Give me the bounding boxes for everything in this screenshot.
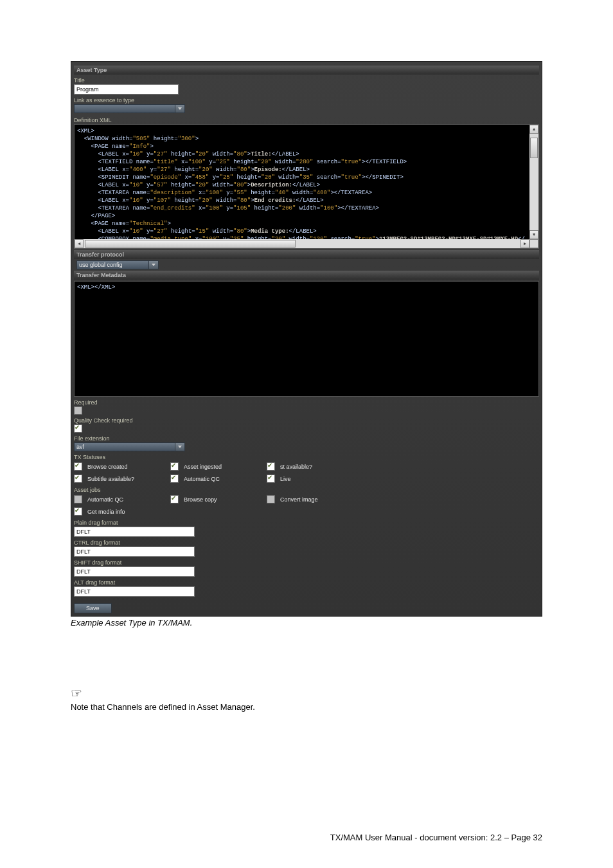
required-checkbox[interactable]: [74, 406, 82, 415]
tx-status-label: Live: [280, 476, 291, 482]
tx-status-label: Asset ingested: [184, 464, 222, 470]
scroll-up-icon[interactable]: ▲: [529, 125, 538, 134]
vscroll-thumb[interactable]: [530, 138, 538, 158]
asset-job-checkbox[interactable]: [267, 495, 275, 503]
alt-drag-input[interactable]: DFLT: [74, 586, 195, 597]
asset-job-checkbox[interactable]: [74, 495, 82, 503]
qcr-checkbox[interactable]: [74, 424, 82, 433]
tx-status-label: Automatic QC: [184, 476, 220, 482]
asset-job-label: Browse copy: [184, 496, 217, 503]
definition-xml-editor[interactable]: <XML> <WINDOW width="505" height="300"> …: [74, 124, 539, 249]
asset-type-window: Asset Type Title Program Link as essence…: [71, 61, 542, 617]
tx-status-label: Browse created: [87, 464, 128, 470]
definition-xml-label: Definition XML: [74, 117, 539, 123]
transfer-protocol-header: Transfer protocol: [74, 250, 539, 259]
scroll-corner: [529, 239, 538, 248]
page-footer: TX/MAM User Manual - document version: 2…: [330, 833, 542, 842]
hscroll-track[interactable]: [84, 239, 520, 248]
asset-job-label: Get media info: [87, 509, 125, 515]
vscroll-track[interactable]: [529, 134, 538, 230]
transfer-metadata-editor[interactable]: <XML></XML>: [74, 281, 539, 397]
file-ext-label: File extension: [74, 435, 539, 442]
qcr-label: Quality Check required: [74, 417, 539, 424]
tx-status-checkbox[interactable]: [267, 462, 275, 471]
horizontal-scrollbar[interactable]: ◀ ▶: [75, 239, 529, 248]
tx-status-checkbox[interactable]: [267, 475, 275, 483]
drag-formats: Plain drag format DFLT CTRL drag format …: [74, 520, 539, 597]
note-block: ☞ Note that Channels are defined in Asse…: [71, 685, 542, 712]
tx-status-label: Subtitle available?: [87, 476, 134, 482]
scroll-right-icon[interactable]: ▶: [520, 239, 529, 248]
link-essence-label: Link as essence to type: [74, 97, 539, 104]
ctrl-drag-input[interactable]: DFLT: [74, 547, 195, 557]
drag-format-label: CTRL drag format: [74, 539, 539, 546]
title-label: Title: [74, 77, 539, 84]
vertical-scrollbar[interactable]: ▲ ▼: [529, 125, 538, 239]
transfer-protocol-value[interactable]: use global config: [76, 260, 149, 269]
drag-format-label: SHIFT drag format: [74, 559, 539, 566]
transfer-protocol-combo[interactable]: use global config: [76, 260, 159, 269]
tx-status-checkbox[interactable]: [74, 462, 82, 471]
save-button[interactable]: Save: [74, 603, 112, 613]
pointing-hand-icon: ☞: [71, 685, 542, 701]
hscroll-thumb[interactable]: [85, 240, 296, 248]
tx-status-checkbox[interactable]: [170, 462, 179, 471]
asset-jobs-label: Asset jobs: [74, 487, 539, 493]
asset-job-checkbox[interactable]: [170, 495, 179, 503]
required-label: Required: [74, 399, 539, 406]
tx-statuses-label: TX Statuses: [74, 454, 539, 460]
drag-format-label: ALT drag format: [74, 579, 539, 586]
figure-caption: Example Asset Type in TX/MAM.: [71, 618, 542, 628]
tx-status-checkbox[interactable]: [74, 475, 82, 483]
link-essence-combo[interactable]: [74, 104, 185, 113]
asset-jobs-grid: Automatic QC Browse copy Convert image G…: [74, 494, 539, 517]
plain-drag-input[interactable]: DFLT: [74, 527, 195, 537]
chevron-down-icon[interactable]: [175, 104, 185, 113]
chevron-down-icon[interactable]: [175, 442, 185, 451]
window-title: Asset Type: [74, 66, 539, 75]
chevron-down-icon[interactable]: [149, 260, 159, 269]
shift-drag-input[interactable]: DFLT: [74, 566, 195, 577]
file-ext-value[interactable]: avf: [74, 442, 175, 451]
drag-format-label: Plain drag format: [74, 520, 539, 526]
scroll-down-icon[interactable]: ▼: [529, 230, 538, 239]
asset-job-checkbox[interactable]: [74, 507, 82, 516]
tx-statuses-grid: Browse created Asset ingested st availab…: [74, 461, 539, 484]
asset-job-label: Automatic QC: [87, 496, 123, 503]
file-ext-combo[interactable]: avf: [74, 442, 185, 451]
tx-status-checkbox[interactable]: [170, 475, 179, 483]
transfer-metadata-content[interactable]: <XML></XML>: [77, 284, 115, 291]
note-text: Note that Channels are defined in Asset …: [71, 702, 542, 712]
scroll-left-icon[interactable]: ◀: [75, 239, 84, 248]
title-input[interactable]: Program: [74, 84, 179, 95]
asset-job-label: Convert image: [280, 496, 318, 503]
tx-status-label: st available?: [280, 464, 312, 470]
transfer-metadata-header: Transfer Metadata: [74, 271, 539, 280]
link-essence-value[interactable]: [74, 104, 175, 113]
code-content[interactable]: <XML> <WINDOW width="505" height="300"> …: [77, 127, 537, 243]
